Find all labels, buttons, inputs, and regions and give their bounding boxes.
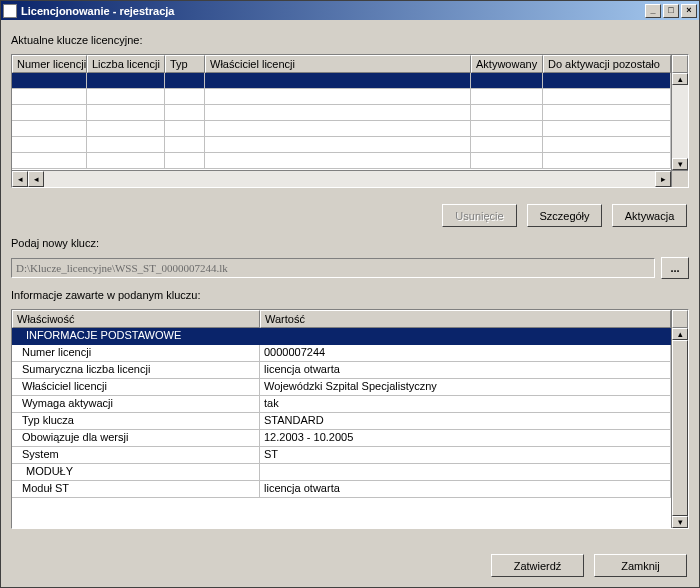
confirm-button[interactable]: Zatwierdź [491,554,584,577]
col-value[interactable]: Wartość [260,310,671,328]
info-value-cell: STANDARD [260,413,671,430]
info-row[interactable]: Typ kluczaSTANDARD [12,413,671,430]
key-info-body[interactable]: INFORMACJE PODSTAWOWENumer licencji00000… [12,328,671,528]
info-value-cell: tak [260,396,671,413]
info-row[interactable]: INFORMACJE PODSTAWOWE [12,328,671,345]
info-row[interactable]: MODUŁY [12,464,671,481]
col-activated[interactable]: Aktywowany [471,55,543,73]
info-value-cell: licencja otwarta [260,362,671,379]
info-row[interactable]: Obowiązuje dla wersji12.2003 - 10.2005 [12,430,671,447]
maximize-button[interactable]: □ [663,4,679,18]
info-property-cell: Typ klucza [12,413,260,430]
client-area: Aktualne klucze licencyjne: Numer licenc… [1,20,699,587]
info-scroll-thumb[interactable] [672,340,688,516]
info-property-cell: Właściciel licencji [12,379,260,396]
info-value-cell [260,464,671,481]
info-row-empty [12,498,671,515]
key-info-label: Informacje zawarte w podanym kluczu: [11,289,689,301]
info-row[interactable]: Wymaga aktywacjitak [12,396,671,413]
col-owner[interactable]: Właściciel licencji [205,55,471,73]
info-value-cell: 12.2003 - 10.2005 [260,430,671,447]
dialog-actions: Zatwierdź Zamknij [11,554,687,577]
col-license-number[interactable]: Numer licencji [12,55,87,73]
info-property-cell: Moduł ST [12,481,260,498]
close-button[interactable]: × [681,4,697,18]
col-type[interactable]: Typ [165,55,205,73]
info-scroll-up-btn[interactable]: ▴ [672,328,688,340]
license-keys-grid[interactable]: Numer licencji Liczba licencji Typ Właśc… [11,54,689,188]
key-path-input[interactable] [11,258,655,278]
minimize-button[interactable]: _ [645,4,661,18]
grid-body[interactable] [12,73,671,170]
v-scroll-track[interactable] [672,85,688,158]
licensing-window: Licencjonowanie - rejestracja _ □ × Aktu… [0,0,700,588]
info-row[interactable]: Numer licencji0000007244 [12,345,671,362]
info-row[interactable]: SystemST [12,447,671,464]
activation-button[interactable]: Aktywacja [612,204,687,227]
info-row[interactable]: Moduł STlicencja otwarta [12,481,671,498]
info-value-cell [260,328,671,345]
info-row[interactable]: Właściciel licencjiWojewódzki Szpital Sp… [12,379,671,396]
col-license-count[interactable]: Liczba licencji [87,55,165,73]
info-value-cell: Wojewódzki Szpital Specjalistyczny [260,379,671,396]
current-keys-label: Aktualne klucze licencyjne: [11,34,689,46]
info-value-cell: 0000007244 [260,345,671,362]
grid-header-corner [672,55,688,73]
grid-header-row: Numer licencji Liczba licencji Typ Właśc… [12,55,671,73]
info-property-cell: Obowiązuje dla wersji [12,430,260,447]
info-property-cell: Numer licencji [12,345,260,362]
scroll-left-btn-disabled: ◂ [12,171,28,187]
scroll-down-btn[interactable]: ▾ [672,158,688,170]
scroll-left-btn[interactable]: ◂ [28,171,44,187]
close-dialog-button[interactable]: Zamknij [594,554,687,577]
info-property-cell: Wymaga aktywacji [12,396,260,413]
delete-button: Usunięcie [442,204,517,227]
titlebar[interactable]: Licencjonowanie - rejestracja _ □ × [1,1,699,20]
key-info-grid[interactable]: Właściwość Wartość INFORMACJE PODSTAWOWE… [11,309,689,529]
info-value-cell: ST [260,447,671,464]
h-scroll-track[interactable] [44,171,655,187]
info-vertical-scrollbar[interactable]: ▴ ▾ [671,310,688,528]
info-property-cell: System [12,447,260,464]
info-property-cell: Sumaryczna liczba licencji [12,362,260,379]
info-property-cell: MODUŁY [12,464,260,481]
details-button[interactable]: Szczegóły [527,204,602,227]
info-grid-header-corner [672,310,688,328]
col-property[interactable]: Właściwość [12,310,260,328]
window-title: Licencjonowanie - rejestracja [21,5,645,17]
info-row[interactable]: Sumaryczna liczba licencji licencja otwa… [12,362,671,379]
col-remaining[interactable]: Do aktywacji pozostało [543,55,671,73]
enter-key-label: Podaj nowy klucz: [11,237,689,249]
grid-actions: Usunięcie Szczegóły Aktywacja [11,204,687,227]
scrollbar-corner [672,170,688,187]
vertical-scrollbar[interactable]: ▴ ▾ [671,55,688,187]
scroll-right-btn[interactable]: ▸ [655,171,671,187]
info-property-cell: INFORMACJE PODSTAWOWE [12,328,260,345]
info-scroll-down-btn[interactable]: ▾ [672,516,688,528]
scroll-up-btn[interactable]: ▴ [672,73,688,85]
info-value-cell: licencja otwarta [260,481,671,498]
browse-button[interactable]: ... [661,257,689,279]
horizontal-scrollbar[interactable]: ◂ ◂ ▸ [12,170,671,187]
app-icon [3,4,17,18]
